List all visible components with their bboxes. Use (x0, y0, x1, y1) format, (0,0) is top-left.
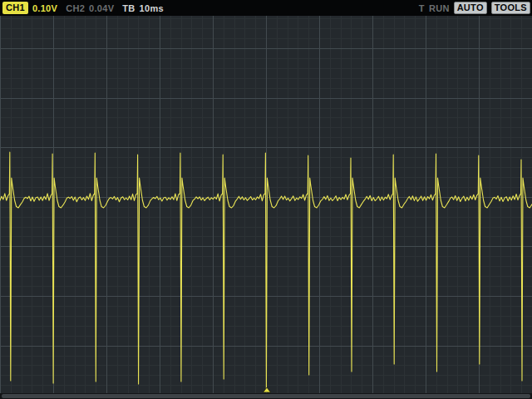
ch1-waveform-trace (0, 152, 532, 392)
trigger-indicator[interactable]: T (419, 3, 425, 13)
horizontal-scrollbar[interactable] (0, 393, 532, 399)
timebase-button[interactable]: TB (122, 3, 135, 13)
timebase-value: 10ms (140, 3, 164, 13)
oscilloscope-app: CH1 0.10V CH2 0.04V TB 10ms T RUN AUTO T… (0, 0, 532, 399)
run-status[interactable]: RUN (429, 3, 450, 13)
scrollbar-thumb[interactable] (2, 394, 530, 398)
tools-button[interactable]: TOOLS (491, 2, 530, 14)
auto-button[interactable]: AUTO (454, 2, 487, 14)
ch1-scale-value: 0.10V (32, 3, 57, 13)
scope-display (0, 16, 532, 399)
ch1-button[interactable]: CH1 (2, 2, 28, 14)
toolbar: CH1 0.10V CH2 0.04V TB 10ms T RUN AUTO T… (0, 0, 532, 16)
toolbar-right: T RUN AUTO TOOLS (419, 2, 532, 14)
trigger-position-marker[interactable] (264, 387, 271, 392)
ch2-button[interactable]: CH2 (66, 3, 85, 13)
ch2-scale-value: 0.04V (89, 3, 114, 13)
